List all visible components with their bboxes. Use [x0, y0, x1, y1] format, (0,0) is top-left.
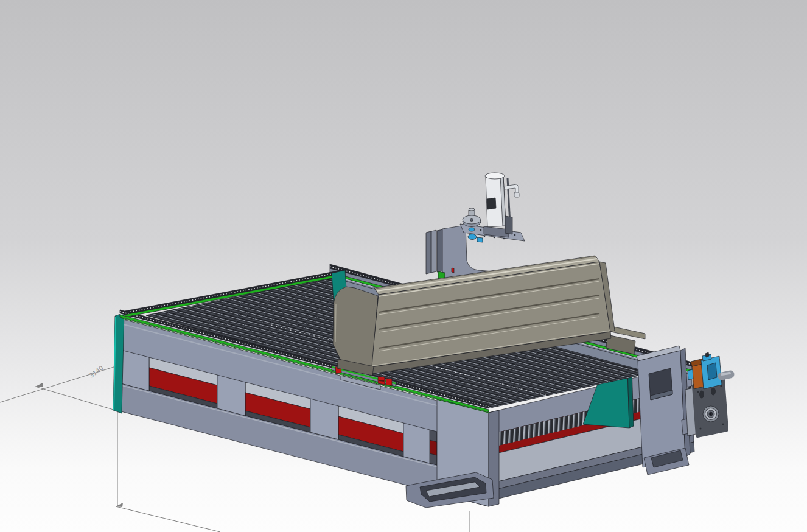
spindle-recess	[487, 198, 496, 209]
motor-shaft-highlight	[722, 373, 730, 374]
spindle-top-cap	[485, 173, 505, 179]
gantry-left-cap	[333, 287, 378, 366]
pulley-center	[470, 219, 473, 222]
pulley-blue-knob	[469, 228, 475, 231]
carriage-rail-plate-3	[437, 229, 443, 272]
post-3	[310, 399, 338, 439]
post-left-end	[121, 350, 149, 391]
carriage-blue-block	[477, 237, 483, 242]
spindle-side-bracket	[505, 216, 512, 234]
carriage-blue-coupler	[468, 234, 477, 240]
post-2	[217, 375, 245, 416]
carriage-rail-plate-2	[431, 230, 436, 273]
gearbox-slot-1	[699, 391, 704, 399]
gantry-cap-highlight	[335, 304, 336, 342]
post-4	[403, 423, 430, 463]
pulley-stem-top	[469, 208, 475, 211]
gearbox-slot-2	[711, 388, 716, 396]
carriage-red-tick	[452, 268, 454, 273]
spindle-handle-hook	[514, 192, 519, 197]
bearing-center	[710, 413, 711, 415]
carriage-rail-plate-1	[426, 231, 431, 274]
cad-viewport[interactable]: 1160 3140	[0, 0, 807, 532]
